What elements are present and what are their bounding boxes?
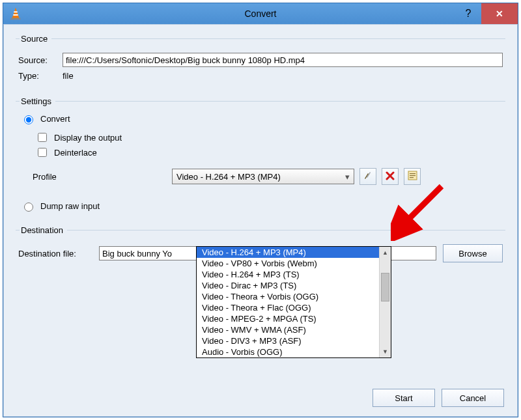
profile-option[interactable]: Video - H.264 + MP3 (MP4) [197, 247, 379, 258]
svg-rect-5 [410, 173, 415, 174]
display-output-checkbox[interactable]: Display the output [35, 131, 503, 144]
deinterlace-checkbox[interactable]: Deinterlace [35, 146, 503, 159]
new-profile-button[interactable] [404, 168, 421, 185]
source-group: Source Source: Type: file [16, 34, 505, 89]
type-label: Type: [18, 71, 63, 81]
scroll-down-icon[interactable]: ▼ [380, 346, 391, 357]
tools-icon [363, 171, 373, 183]
titlebar: Convert ? ✕ [3, 3, 518, 24]
convert-radio-input[interactable] [24, 115, 33, 124]
scroll-up-icon[interactable]: ▲ [380, 247, 391, 259]
profile-option[interactable]: Video - Theora + Flac (OGG) [197, 302, 379, 313]
cancel-button[interactable]: Cancel [442, 389, 504, 407]
new-profile-icon [408, 171, 417, 182]
display-output-checkbox-input[interactable] [38, 133, 47, 142]
convert-radio[interactable]: Convert [21, 113, 503, 124]
settings-legend: Settings [20, 96, 55, 106]
dump-raw-label: Dump raw input [40, 201, 100, 211]
profile-option[interactable]: Video - MPEG-2 + MPGA (TS) [197, 313, 379, 324]
profile-dropdown-list[interactable]: Video - H.264 + MP3 (MP4)Video - VP80 + … [196, 246, 391, 358]
convert-dialog: Convert ? ✕ Source Source: Type: file Se… [3, 3, 518, 417]
browse-button[interactable]: Browse [443, 244, 503, 262]
type-value: file [63, 71, 74, 81]
help-button[interactable]: ? [455, 3, 481, 24]
profile-label: Profile [18, 172, 172, 182]
profile-option[interactable]: Video - Theora + Vorbis (OGG) [197, 291, 379, 302]
deinterlace-label: Deinterlace [54, 148, 97, 158]
edit-profile-button[interactable] [359, 168, 376, 185]
svg-rect-6 [410, 175, 415, 176]
scroll-thumb[interactable] [381, 273, 389, 301]
profile-option[interactable]: Audio - Vorbis (OGG) [197, 346, 379, 357]
source-legend: Source [20, 34, 51, 44]
dump-raw-radio-input[interactable] [24, 203, 33, 212]
chevron-down-icon: ▾ [341, 172, 354, 182]
profile-dropdown-items: Video - H.264 + MP3 (MP4)Video - VP80 + … [197, 247, 379, 357]
dump-raw-radio[interactable]: Dump raw input [21, 201, 503, 212]
profile-option[interactable]: Video - WMV + WMA (ASF) [197, 324, 379, 335]
svg-rect-7 [410, 177, 414, 178]
window-title: Convert [3, 8, 518, 19]
delete-icon [386, 171, 395, 182]
display-output-label: Display the output [54, 133, 122, 143]
destination-file-label: Destination file: [18, 249, 99, 259]
profile-option[interactable]: Video - DIV3 + MP3 (ASF) [197, 335, 379, 346]
delete-profile-button[interactable] [382, 168, 399, 185]
close-button[interactable]: ✕ [481, 3, 518, 24]
profile-option[interactable]: Video - Dirac + MP3 (TS) [197, 280, 379, 291]
settings-group: Settings Convert Display the output Dein… [16, 96, 505, 217]
deinterlace-checkbox-input[interactable] [38, 148, 47, 157]
profile-option[interactable]: Video - VP80 + Vorbis (Webm) [197, 258, 379, 269]
convert-radio-label: Convert [40, 114, 70, 124]
profile-combobox[interactable]: Video - H.264 + MP3 (MP4) ▾ [172, 169, 354, 184]
scrollbar[interactable]: ▲ ▼ [379, 247, 391, 357]
profile-option[interactable]: Video - H.264 + MP3 (TS) [197, 269, 379, 280]
source-input[interactable] [63, 53, 503, 67]
profile-selected-value: Video - H.264 + MP3 (MP4) [176, 172, 341, 182]
destination-legend: Destination [20, 225, 67, 235]
source-label: Source: [18, 55, 63, 65]
start-button[interactable]: Start [373, 389, 435, 407]
